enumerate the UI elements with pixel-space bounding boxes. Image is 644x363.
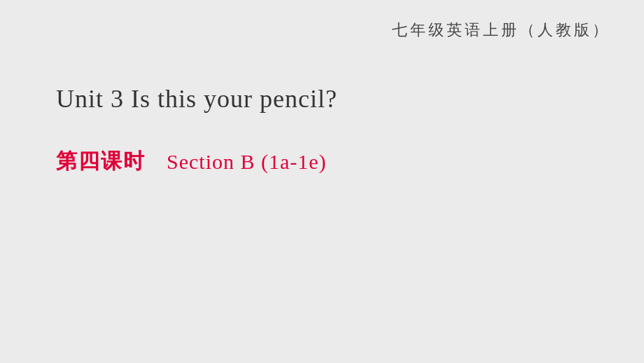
section-english-label: Section B (1a-1e) [167, 150, 327, 174]
unit-title: Unit 3 Is this your pencil? [56, 84, 588, 114]
main-content: Unit 3 Is this your pencil? 第四课时 Section… [56, 84, 588, 176]
book-title: 七年级英语上册（人教版） [392, 20, 610, 41]
slide: 七年级英语上册（人教版） Unit 3 Is this your pencil?… [0, 0, 644, 363]
section-chinese-label: 第四课时 [56, 147, 146, 176]
section-line: 第四课时 Section B (1a-1e) [56, 147, 588, 176]
